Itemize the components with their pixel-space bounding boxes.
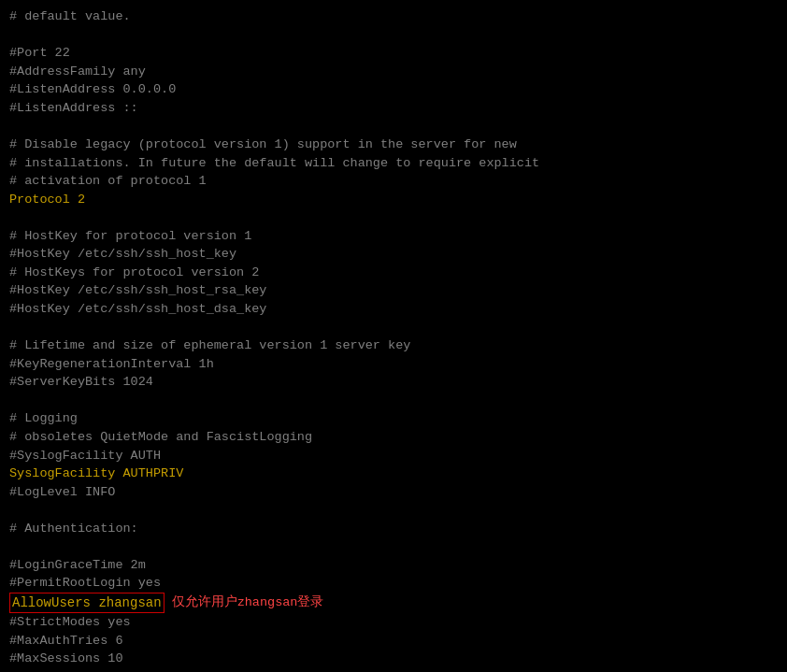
line-disable1: # Disable legacy (protocol version 1) su… xyxy=(9,136,778,154)
line-blank-6 xyxy=(9,501,778,520)
line-obsoletes: # obsoletes QuietMode and FascistLogging xyxy=(9,428,778,447)
line-lifetime: # Lifetime and size of ephemeral version… xyxy=(9,336,778,355)
line-syslogfacility-comment: #SyslogFacility AUTH xyxy=(9,447,778,465)
line-protocol2: Protocol 2 xyxy=(9,191,778,209)
line-permitrootlogin: #PermitRootLogin yes xyxy=(9,574,778,593)
terminal-window: # default value. #Port 22 #AddressFamily… xyxy=(0,0,787,672)
line-logingracerime: #LoginGraceTime 2m xyxy=(9,556,778,575)
line-hostkey1: #HostKey /etc/ssh/ssh_host_key xyxy=(9,245,778,264)
line-listenaddress2: #ListenAddress :: xyxy=(9,99,778,118)
line-hostkey-rsa: #HostKey /etc/ssh/ssh_host_rsa_key xyxy=(9,281,778,300)
line-blank-3 xyxy=(9,208,778,227)
line-strictmodes: #StrictModes yes xyxy=(9,613,778,632)
line-blank-2 xyxy=(9,117,778,136)
line-allowusers-highlighted: AllowUsers zhangsan xyxy=(9,593,165,613)
line-hostkey-dsa: #HostKey /etc/ssh/ssh_host_dsa_key xyxy=(9,300,778,319)
line-port: #Port 22 xyxy=(9,44,778,63)
line-maxauthtries: #MaxAuthTries 6 xyxy=(9,632,778,651)
line-hostkey-comment2: # HostKeys for protocol version 2 xyxy=(9,264,778,282)
line-allowusers-annotation: 仅允许用户zhangsan登录 xyxy=(172,593,324,612)
line-loglevel: #LogLevel INFO xyxy=(9,483,778,502)
line-blank-5 xyxy=(9,392,778,410)
line-logging: # Logging xyxy=(9,409,778,428)
line-serverkeybits: #ServerKeyBits 1024 xyxy=(9,373,778,392)
line-blank-7 xyxy=(9,537,778,556)
line-disable2: # installations. In future the default w… xyxy=(9,154,778,173)
line-1: # default value. xyxy=(9,7,778,26)
line-auth-header: # Authentication: xyxy=(9,520,778,538)
line-blank-1 xyxy=(9,26,778,45)
line-disable3: # activation of protocol 1 xyxy=(9,172,778,191)
line-listenaddress1: #ListenAddress 0.0.0.0 xyxy=(9,80,778,99)
line-addressfamily: #AddressFamily any xyxy=(9,63,778,81)
line-syslogfacility-active: SyslogFacility AUTHPRIV xyxy=(9,465,778,483)
line-allowusers-row: AllowUsers zhangsan 仅允许用户zhangsan登录 xyxy=(9,593,778,613)
line-blank-4 xyxy=(9,319,778,337)
line-hostkey-comment1: # HostKey for protocol version 1 xyxy=(9,227,778,246)
line-maxsessions: #MaxSessions 10 xyxy=(9,650,778,668)
line-keyregen: #KeyRegenerationInterval 1h xyxy=(9,355,778,374)
